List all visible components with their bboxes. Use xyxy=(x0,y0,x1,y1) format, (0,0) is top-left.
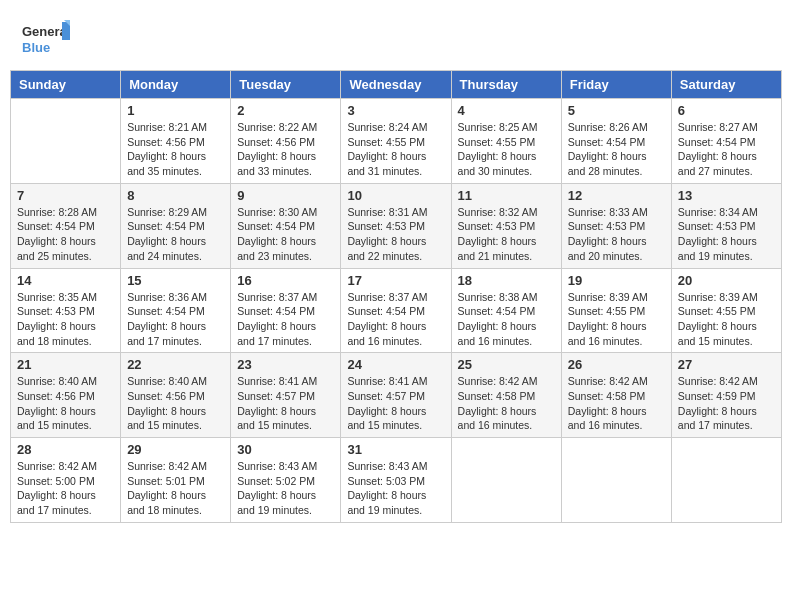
calendar-cell xyxy=(451,438,561,523)
calendar-cell: 15Sunrise: 8:36 AMSunset: 4:54 PMDayligh… xyxy=(121,268,231,353)
day-info: Sunrise: 8:42 AMSunset: 4:58 PMDaylight:… xyxy=(568,374,665,433)
calendar-cell: 7Sunrise: 8:28 AMSunset: 4:54 PMDaylight… xyxy=(11,183,121,268)
day-number: 31 xyxy=(347,442,444,457)
calendar-week-1: 1Sunrise: 8:21 AMSunset: 4:56 PMDaylight… xyxy=(11,99,782,184)
day-info: Sunrise: 8:37 AMSunset: 4:54 PMDaylight:… xyxy=(237,290,334,349)
day-info: Sunrise: 8:28 AMSunset: 4:54 PMDaylight:… xyxy=(17,205,114,264)
day-number: 12 xyxy=(568,188,665,203)
page-header: General Blue xyxy=(10,10,782,65)
day-number: 23 xyxy=(237,357,334,372)
day-info: Sunrise: 8:42 AMSunset: 5:00 PMDaylight:… xyxy=(17,459,114,518)
day-info: Sunrise: 8:43 AMSunset: 5:02 PMDaylight:… xyxy=(237,459,334,518)
day-number: 26 xyxy=(568,357,665,372)
day-info: Sunrise: 8:40 AMSunset: 4:56 PMDaylight:… xyxy=(17,374,114,433)
day-info: Sunrise: 8:34 AMSunset: 4:53 PMDaylight:… xyxy=(678,205,775,264)
calendar-cell: 28Sunrise: 8:42 AMSunset: 5:00 PMDayligh… xyxy=(11,438,121,523)
calendar-cell: 16Sunrise: 8:37 AMSunset: 4:54 PMDayligh… xyxy=(231,268,341,353)
calendar-week-4: 21Sunrise: 8:40 AMSunset: 4:56 PMDayligh… xyxy=(11,353,782,438)
day-number: 24 xyxy=(347,357,444,372)
weekday-header-sunday: Sunday xyxy=(11,71,121,99)
day-number: 28 xyxy=(17,442,114,457)
day-number: 25 xyxy=(458,357,555,372)
day-number: 14 xyxy=(17,273,114,288)
day-info: Sunrise: 8:26 AMSunset: 4:54 PMDaylight:… xyxy=(568,120,665,179)
day-number: 20 xyxy=(678,273,775,288)
calendar-cell: 4Sunrise: 8:25 AMSunset: 4:55 PMDaylight… xyxy=(451,99,561,184)
calendar-cell: 23Sunrise: 8:41 AMSunset: 4:57 PMDayligh… xyxy=(231,353,341,438)
calendar-body: 1Sunrise: 8:21 AMSunset: 4:56 PMDaylight… xyxy=(11,99,782,523)
day-number: 16 xyxy=(237,273,334,288)
calendar-cell: 6Sunrise: 8:27 AMSunset: 4:54 PMDaylight… xyxy=(671,99,781,184)
calendar-cell: 13Sunrise: 8:34 AMSunset: 4:53 PMDayligh… xyxy=(671,183,781,268)
day-number: 11 xyxy=(458,188,555,203)
calendar-cell: 8Sunrise: 8:29 AMSunset: 4:54 PMDaylight… xyxy=(121,183,231,268)
day-number: 22 xyxy=(127,357,224,372)
day-info: Sunrise: 8:35 AMSunset: 4:53 PMDaylight:… xyxy=(17,290,114,349)
logo: General Blue xyxy=(20,20,70,60)
calendar-cell: 25Sunrise: 8:42 AMSunset: 4:58 PMDayligh… xyxy=(451,353,561,438)
day-number: 6 xyxy=(678,103,775,118)
calendar-cell: 19Sunrise: 8:39 AMSunset: 4:55 PMDayligh… xyxy=(561,268,671,353)
day-info: Sunrise: 8:29 AMSunset: 4:54 PMDaylight:… xyxy=(127,205,224,264)
day-number: 13 xyxy=(678,188,775,203)
calendar-cell: 31Sunrise: 8:43 AMSunset: 5:03 PMDayligh… xyxy=(341,438,451,523)
weekday-header-friday: Friday xyxy=(561,71,671,99)
day-info: Sunrise: 8:42 AMSunset: 4:59 PMDaylight:… xyxy=(678,374,775,433)
calendar-cell xyxy=(671,438,781,523)
day-number: 9 xyxy=(237,188,334,203)
day-info: Sunrise: 8:41 AMSunset: 4:57 PMDaylight:… xyxy=(347,374,444,433)
calendar-cell: 30Sunrise: 8:43 AMSunset: 5:02 PMDayligh… xyxy=(231,438,341,523)
calendar-week-2: 7Sunrise: 8:28 AMSunset: 4:54 PMDaylight… xyxy=(11,183,782,268)
calendar-cell: 22Sunrise: 8:40 AMSunset: 4:56 PMDayligh… xyxy=(121,353,231,438)
day-info: Sunrise: 8:25 AMSunset: 4:55 PMDaylight:… xyxy=(458,120,555,179)
day-number: 19 xyxy=(568,273,665,288)
day-number: 4 xyxy=(458,103,555,118)
day-number: 21 xyxy=(17,357,114,372)
day-number: 29 xyxy=(127,442,224,457)
calendar-cell: 17Sunrise: 8:37 AMSunset: 4:54 PMDayligh… xyxy=(341,268,451,353)
day-number: 8 xyxy=(127,188,224,203)
day-number: 10 xyxy=(347,188,444,203)
calendar-cell: 2Sunrise: 8:22 AMSunset: 4:56 PMDaylight… xyxy=(231,99,341,184)
weekday-header-tuesday: Tuesday xyxy=(231,71,341,99)
calendar-cell: 12Sunrise: 8:33 AMSunset: 4:53 PMDayligh… xyxy=(561,183,671,268)
day-number: 7 xyxy=(17,188,114,203)
calendar-cell: 5Sunrise: 8:26 AMSunset: 4:54 PMDaylight… xyxy=(561,99,671,184)
calendar-cell: 11Sunrise: 8:32 AMSunset: 4:53 PMDayligh… xyxy=(451,183,561,268)
day-number: 1 xyxy=(127,103,224,118)
day-info: Sunrise: 8:40 AMSunset: 4:56 PMDaylight:… xyxy=(127,374,224,433)
weekday-header-saturday: Saturday xyxy=(671,71,781,99)
calendar-cell: 20Sunrise: 8:39 AMSunset: 4:55 PMDayligh… xyxy=(671,268,781,353)
calendar-cell: 9Sunrise: 8:30 AMSunset: 4:54 PMDaylight… xyxy=(231,183,341,268)
day-info: Sunrise: 8:31 AMSunset: 4:53 PMDaylight:… xyxy=(347,205,444,264)
day-info: Sunrise: 8:39 AMSunset: 4:55 PMDaylight:… xyxy=(678,290,775,349)
day-info: Sunrise: 8:41 AMSunset: 4:57 PMDaylight:… xyxy=(237,374,334,433)
weekday-header-thursday: Thursday xyxy=(451,71,561,99)
day-number: 17 xyxy=(347,273,444,288)
day-info: Sunrise: 8:27 AMSunset: 4:54 PMDaylight:… xyxy=(678,120,775,179)
weekday-header-wednesday: Wednesday xyxy=(341,71,451,99)
day-info: Sunrise: 8:33 AMSunset: 4:53 PMDaylight:… xyxy=(568,205,665,264)
calendar-cell: 24Sunrise: 8:41 AMSunset: 4:57 PMDayligh… xyxy=(341,353,451,438)
calendar-cell: 1Sunrise: 8:21 AMSunset: 4:56 PMDaylight… xyxy=(121,99,231,184)
svg-text:Blue: Blue xyxy=(22,40,50,55)
day-number: 27 xyxy=(678,357,775,372)
calendar-cell: 18Sunrise: 8:38 AMSunset: 4:54 PMDayligh… xyxy=(451,268,561,353)
calendar-cell: 14Sunrise: 8:35 AMSunset: 4:53 PMDayligh… xyxy=(11,268,121,353)
calendar-table: SundayMondayTuesdayWednesdayThursdayFrid… xyxy=(10,70,782,523)
day-number: 3 xyxy=(347,103,444,118)
day-info: Sunrise: 8:42 AMSunset: 4:58 PMDaylight:… xyxy=(458,374,555,433)
calendar-cell xyxy=(11,99,121,184)
day-info: Sunrise: 8:39 AMSunset: 4:55 PMDaylight:… xyxy=(568,290,665,349)
day-info: Sunrise: 8:22 AMSunset: 4:56 PMDaylight:… xyxy=(237,120,334,179)
day-number: 5 xyxy=(568,103,665,118)
calendar-cell: 27Sunrise: 8:42 AMSunset: 4:59 PMDayligh… xyxy=(671,353,781,438)
day-info: Sunrise: 8:32 AMSunset: 4:53 PMDaylight:… xyxy=(458,205,555,264)
day-number: 15 xyxy=(127,273,224,288)
day-number: 30 xyxy=(237,442,334,457)
day-info: Sunrise: 8:38 AMSunset: 4:54 PMDaylight:… xyxy=(458,290,555,349)
day-info: Sunrise: 8:30 AMSunset: 4:54 PMDaylight:… xyxy=(237,205,334,264)
calendar-cell: 29Sunrise: 8:42 AMSunset: 5:01 PMDayligh… xyxy=(121,438,231,523)
day-info: Sunrise: 8:37 AMSunset: 4:54 PMDaylight:… xyxy=(347,290,444,349)
calendar-cell xyxy=(561,438,671,523)
